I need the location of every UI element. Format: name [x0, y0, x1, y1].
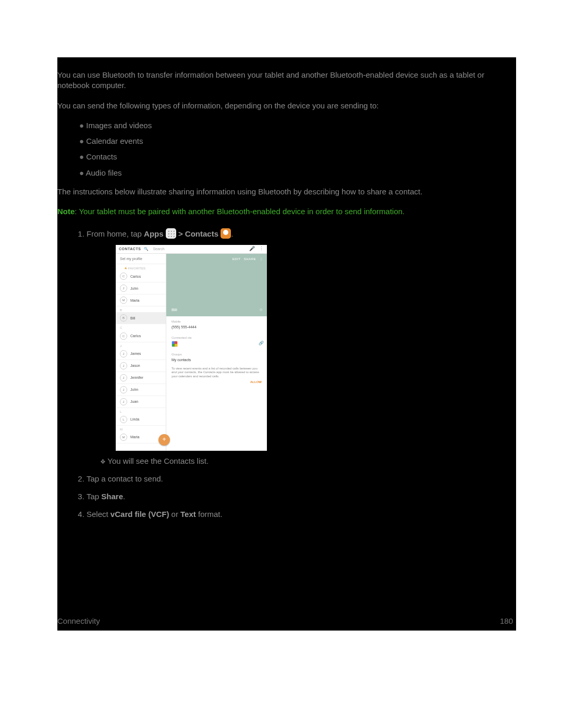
index-letter: B	[116, 306, 166, 312]
intro-para-1: You can use Bluetooth to transfer inform…	[57, 70, 516, 91]
google-icon	[172, 341, 178, 347]
step-end: .	[231, 229, 233, 238]
step-mid: or	[169, 510, 180, 519]
list-item: JJohn	[116, 384, 166, 396]
list-item: Calendar events	[79, 136, 516, 146]
list-item: JJason	[116, 360, 166, 372]
contact-name: Bill	[172, 307, 177, 313]
substep: You will see the Contacts list.	[100, 456, 516, 466]
contact-detail-pane: EDIT SHARE ⋮ Bill ☆ Mobile (555) 555-444…	[166, 254, 267, 451]
step-3: Tap Share.	[87, 491, 516, 502]
list-item: CCarlos	[116, 270, 166, 282]
list-item: JJennifer	[116, 372, 166, 384]
edit-action: EDIT	[232, 257, 241, 261]
note-label: Note	[57, 207, 75, 216]
list-item: MMaria	[116, 294, 166, 306]
step-end: format.	[196, 510, 223, 519]
step-text: From home, tap	[87, 229, 144, 238]
note-line: Note: Your tablet must be paired with an…	[57, 206, 516, 217]
search-hint: Search	[153, 246, 164, 251]
share-action: SHARE	[244, 257, 256, 261]
connected-label: Connected via	[166, 332, 267, 341]
list-item: LLinda	[116, 414, 166, 426]
add-fab-icon: +	[158, 434, 170, 446]
list-item: BBill	[116, 312, 166, 324]
link-icon: 🔗	[259, 341, 264, 347]
vcf-bold: vCard file (VCF)	[111, 510, 169, 519]
contacts-label: Contacts	[185, 229, 218, 238]
contacts-app-icon	[221, 228, 231, 239]
star-outline-icon: ☆	[259, 307, 263, 313]
step-text: Tap	[87, 492, 101, 501]
contacts-screenshot: CONTACTS 🔍 Search 🎤 ⋮ Set my profile ★ F…	[116, 245, 267, 451]
share-bold: Share	[101, 492, 123, 501]
mobile-label: Mobile	[166, 316, 267, 325]
more-icon: ⋮	[259, 245, 264, 252]
sep: >	[178, 229, 185, 238]
step-end: .	[123, 492, 125, 501]
steps-list: From home, tap Apps > Contacts . CONTACT…	[57, 228, 516, 520]
mic-icon: 🎤	[249, 245, 255, 252]
allow-action: ALLOW	[166, 379, 267, 387]
step-2: Tap a contact to send.	[87, 474, 516, 484]
groups-value: My contacts	[166, 357, 267, 365]
index-letter: M	[116, 426, 166, 431]
page-footer: Connectivity 180	[57, 616, 513, 626]
list-item: CCarlos	[116, 330, 166, 342]
star-icon: ★	[120, 266, 127, 270]
footer-section: Connectivity	[57, 616, 100, 626]
set-profile: Set my profile	[116, 254, 166, 264]
screenshot-toolbar: CONTACTS 🔍 Search 🎤 ⋮	[116, 245, 267, 254]
manual-page: You can use Bluetooth to transfer inform…	[57, 57, 516, 631]
intro-para-2: You can send the following types of info…	[57, 101, 516, 111]
list-item: Audio files	[79, 168, 516, 178]
index-letter: C	[116, 324, 166, 330]
index-letter: J	[116, 342, 166, 348]
permission-msg: To view recent events and a list of reco…	[166, 366, 267, 379]
list-item: JJohn	[116, 282, 166, 294]
apps-label: Apps	[144, 229, 164, 238]
apps-grid-icon	[166, 228, 176, 239]
mobile-value: (555) 555-4444	[166, 325, 267, 332]
info-types-list: Images and videos Calendar events Contac…	[57, 120, 516, 178]
list-item: JJuan	[116, 396, 166, 408]
index-letter: L	[116, 408, 166, 414]
step-1: From home, tap Apps > Contacts . CONTACT…	[87, 228, 516, 466]
contact-header: EDIT SHARE ⋮ Bill ☆	[166, 254, 267, 316]
list-item: JJames	[116, 348, 166, 360]
list-item: Images and videos	[79, 120, 516, 131]
more-icon: ⋮	[260, 257, 263, 261]
step-text: Select	[87, 510, 111, 519]
fav-header: FAVORITES	[128, 267, 145, 270]
note-text: : Your tablet must be paired with anothe…	[75, 207, 405, 216]
text-bold: Text	[180, 510, 196, 519]
intro-para-3: The instructions below illustrate sharin…	[57, 187, 516, 197]
step-4: Select vCard file (VCF) or Text format.	[87, 509, 516, 520]
search-icon: 🔍	[144, 246, 149, 251]
page-number: 180	[500, 616, 513, 626]
contacts-left-pane: Set my profile ★ FAVORITES CCarlos JJohn…	[116, 254, 166, 451]
groups-label: Groups	[166, 349, 267, 357]
list-item: Contacts	[79, 152, 516, 162]
contacts-title: CONTACTS	[119, 246, 141, 251]
